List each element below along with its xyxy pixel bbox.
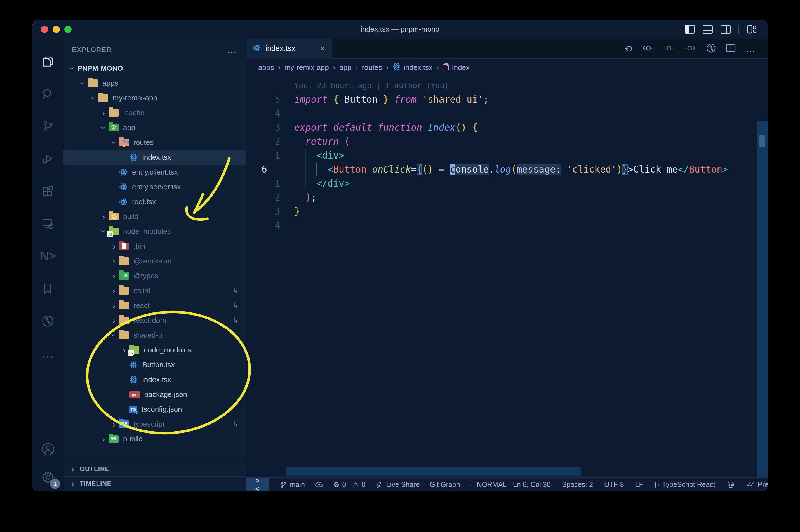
tree-item--bin[interactable]: ›.bin: [63, 239, 246, 254]
git-branch-item[interactable]: main: [280, 480, 305, 489]
account-icon[interactable]: [41, 442, 55, 458]
tree-item-index-tsx[interactable]: › index.tsx: [63, 372, 246, 387]
tree-item-node-modules[interactable]: ›JSnode_modules: [63, 224, 246, 239]
breadcrumb-apps[interactable]: apps: [258, 63, 274, 72]
tree-item-index-tsx[interactable]: › index.tsx: [63, 150, 246, 165]
split-editor-icon[interactable]: [726, 44, 736, 53]
tree-item-routes[interactable]: ›routes: [63, 135, 246, 150]
activity-more[interactable]: …: [33, 337, 63, 370]
tree-item-typescript[interactable]: ›TStypescript↳: [63, 417, 246, 432]
gitlens-graph-icon[interactable]: [706, 43, 716, 54]
activity-extensions[interactable]: [33, 175, 63, 208]
tree-item-entry-client-tsx[interactable]: › entry.client.tsx: [63, 165, 246, 179]
explorer-more-actions-icon[interactable]: …: [227, 48, 237, 52]
tree-item-react-dom[interactable]: ›react-dom↳: [63, 313, 246, 328]
line-number[interactable]: 3: [246, 205, 280, 218]
toggle-panel-icon[interactable]: [703, 25, 713, 34]
tree-item--remix-run[interactable]: ›@remix-run: [63, 254, 246, 268]
vertical-scrollbar[interactable]: [758, 120, 767, 477]
breadcrumb-app[interactable]: app: [339, 63, 351, 72]
outline-section[interactable]: › OUTLINE: [63, 461, 246, 476]
next-change-icon[interactable]: [685, 44, 696, 53]
line-number[interactable]: 3: [246, 120, 280, 135]
tree-item-button-tsx[interactable]: › Button.tsx: [63, 358, 246, 372]
line-number[interactable]: 4: [246, 107, 280, 120]
breadcrumb-index-tsx[interactable]: index.tsx: [393, 62, 433, 73]
prettier-item[interactable]: ✓✓ Prettier: [746, 480, 768, 489]
tree-item-react[interactable]: ›react↳: [63, 298, 246, 313]
activity-explorer[interactable]: [33, 45, 63, 78]
line-number[interactable]: 4: [246, 218, 280, 232]
customize-layout-icon[interactable]: [747, 25, 757, 34]
code-line[interactable]: 1 </div>: [246, 176, 767, 190]
folder-tan-icon: [119, 331, 129, 339]
tree-item-public[interactable]: ›public: [63, 432, 246, 446]
code-editor[interactable]: You, 23 hours ago | 1 author (You)5impor…: [246, 76, 767, 477]
tree-item-node-modules[interactable]: ›JSnode_modules: [63, 343, 246, 358]
code-line-current[interactable]: 6 <Button onClick={() ⇒ console.log(mess…: [246, 163, 767, 176]
timeline-history-icon[interactable]: ⟲: [624, 43, 632, 54]
code-line[interactable]: 4: [246, 218, 767, 232]
code-line[interactable]: 3export default function Index() {: [246, 120, 767, 135]
settings-gear-icon[interactable]: 1: [41, 470, 56, 486]
git-graph-item[interactable]: Git Graph: [430, 480, 460, 489]
activity-git-graph[interactable]: [33, 305, 63, 337]
encoding-item[interactable]: UTF-8: [604, 480, 624, 489]
code-line[interactable]: 5import { Button } from 'shared-ui';: [246, 93, 767, 107]
tree-item-pnpm-mono[interactable]: ›PNPM-MONO: [63, 61, 246, 76]
eol-item[interactable]: LF: [635, 480, 643, 489]
tree-item-build[interactable]: ›build: [63, 209, 246, 224]
code-line[interactable]: 1 <div>: [246, 149, 767, 163]
breadcrumb-symbol-index[interactable]: Index: [443, 63, 470, 72]
code-line[interactable]: 2 );: [246, 190, 767, 205]
copilot-item[interactable]: [726, 480, 735, 489]
indentation-item[interactable]: Spaces: 2: [562, 480, 593, 489]
tree-item-entry-server-tsx[interactable]: › entry.server.tsx: [63, 179, 246, 194]
tree-item-app[interactable]: ›⚙app: [63, 120, 246, 135]
activity-remote-explorer[interactable]: [33, 208, 63, 240]
publish-changes-item[interactable]: [315, 480, 323, 489]
code-line[interactable]: 2 return (: [246, 135, 767, 149]
tab-index-tsx[interactable]: index.tsx ×: [246, 38, 332, 59]
activity-search[interactable]: [33, 78, 63, 110]
code-line[interactable]: 4: [246, 107, 767, 120]
timeline-section[interactable]: › TIMELINE: [63, 476, 246, 491]
toggle-secondary-sidebar-icon[interactable]: [721, 25, 731, 34]
tab-close-icon[interactable]: ×: [320, 43, 325, 54]
tree-item-shared-ui[interactable]: ›shared-ui↳: [63, 328, 246, 343]
toggle-primary-sidebar-icon[interactable]: [685, 25, 695, 34]
current-change-icon[interactable]: [664, 44, 675, 53]
activity-nx-console[interactable]: N≥: [33, 240, 63, 272]
language-mode-item[interactable]: {} TypeScript React: [654, 480, 715, 489]
nx-icon: N≥: [40, 250, 56, 262]
line-number[interactable]: 1: [246, 176, 280, 190]
previous-change-icon[interactable]: [642, 44, 653, 53]
line-number[interactable]: 5: [246, 93, 280, 107]
breadcrumb-my-remix-app[interactable]: my-remix-app: [284, 63, 329, 72]
activity-bookmarks[interactable]: [33, 272, 63, 305]
line-number[interactable]: 1: [246, 149, 280, 163]
code-line[interactable]: 3}: [246, 205, 767, 218]
tree-item-apps[interactable]: ›apps: [63, 76, 246, 91]
breadcrumb-routes[interactable]: routes: [362, 63, 382, 72]
live-share-icon: [376, 480, 383, 489]
tree-item-eslint[interactable]: ›eslint↳: [63, 283, 246, 298]
tree-item--types[interactable]: ›TS@types: [63, 268, 246, 283]
tree-item--cache[interactable]: ›.cache: [63, 106, 246, 120]
live-share-item[interactable]: Live Share: [376, 480, 420, 489]
remote-indicator[interactable]: ><: [246, 478, 268, 491]
problems-item[interactable]: ⊗ 0 ⚠ 0: [334, 480, 366, 489]
horizontal-scrollbar[interactable]: [286, 468, 581, 476]
tree-item-root-tsx[interactable]: › root.tsx: [63, 194, 246, 209]
activity-source-control[interactable]: [33, 110, 63, 142]
activity-run-debug[interactable]: [33, 142, 63, 175]
line-number[interactable]: 6: [246, 163, 280, 176]
tree-item-my-remix-app[interactable]: ›my-remix-app: [63, 91, 246, 106]
editor-more-actions-icon[interactable]: …: [746, 43, 755, 54]
line-number[interactable]: 2: [246, 135, 280, 149]
tree-item-tsconfig-json[interactable]: ›TStsconfig.json: [63, 402, 246, 417]
line-number[interactable]: 2: [246, 190, 280, 205]
tree-item-package-json[interactable]: ›npmpackage.json: [63, 387, 246, 402]
vim-mode-indicator[interactable]: -- NORMAL --: [470, 480, 513, 489]
cursor-position-item[interactable]: Ln 6, Col 30: [513, 480, 551, 489]
